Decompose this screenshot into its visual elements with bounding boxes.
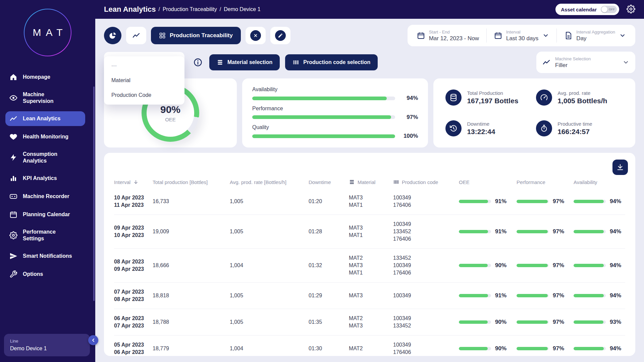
percent-value: 97% [553, 262, 564, 269]
stat-label: Productive time [557, 121, 592, 127]
progress-track [252, 134, 395, 138]
material-selection-label: Material selection [227, 59, 272, 65]
picker-start-end[interactable]: Start - EndMar 12, 2023 - Now [410, 28, 486, 43]
column-header-label: Total production [Bottles] [153, 179, 208, 185]
column-header-interval[interactable]: Interval [114, 179, 153, 185]
dropdown-option-production-code[interactable]: Production Code [104, 88, 184, 103]
picker-label: Interval Aggregation [576, 29, 615, 35]
breadcrumb-item-lean-analytics: Lean Analytics [104, 5, 156, 14]
cell-production-code: 100349 [393, 292, 459, 299]
percent-value: 90% [495, 345, 506, 352]
settings-button[interactable] [627, 5, 635, 14]
cell-performance: 97% [517, 198, 574, 205]
download-button[interactable] [612, 160, 628, 175]
sidebar-item-label: Machine Supervision [23, 91, 73, 105]
sidebar-item-lean-analytics[interactable]: Lean Analytics [5, 111, 85, 126]
sidebar-item-label: KPI Analytics [23, 175, 57, 182]
heart-icon [9, 133, 17, 141]
filters-row: ---MaterialProduction Code Material sele… [104, 52, 635, 73]
machine-selection-value: Filler [555, 62, 618, 69]
asset-calendar-toggle[interactable]: OFF [601, 6, 617, 13]
gear-icon [9, 231, 17, 239]
sidebar-item-label: Smart Notifications [23, 253, 72, 259]
production-traceability-button[interactable]: Production Traceability [151, 27, 241, 44]
stat-value: 13:22:44 [467, 128, 495, 136]
cell-downtime: 01:28 [309, 228, 349, 235]
cell-oee: 91% [459, 198, 517, 205]
device-selector[interactable]: Line Demo Device 1 [4, 334, 90, 356]
stat-productive-time: Productive time166:24:57 [536, 119, 623, 137]
sidebar-item-label: Lean Analytics [23, 115, 60, 122]
sidebar-item-performance-settings[interactable]: Performance Settings [5, 225, 85, 245]
percent-value: 93% [610, 318, 621, 326]
eye-icon [9, 94, 17, 102]
dropdown-option-[interactable]: --- [104, 58, 184, 73]
column-header-label: Availability [574, 179, 597, 185]
progress-track [252, 97, 395, 100]
stat-value: 1,005 Bottles/h [557, 97, 607, 105]
picker-interval-aggregation[interactable]: Interval AggregationDay [556, 28, 633, 43]
progress-fill [517, 320, 548, 324]
sidebar-item-homepage[interactable]: Homepage [5, 70, 85, 84]
metric-quality: Quality100% [252, 124, 418, 139]
progress-track [517, 294, 549, 297]
production-code-selection-button[interactable]: Production code selection [285, 54, 378, 70]
line-chart-view-button[interactable] [126, 27, 146, 44]
progress-track [459, 264, 491, 267]
percent-value: 97% [553, 292, 564, 299]
metric-bar-row: 94% [252, 95, 418, 102]
stat-text: Productive time166:24:57 [557, 121, 592, 136]
sidebar-item-smart-notifications[interactable]: Smart Notifications [5, 249, 85, 263]
sidebar-item-label: Performance Settings [23, 229, 73, 242]
percent-value: 91% [495, 292, 506, 299]
cell-performance: 97% [517, 292, 574, 299]
close-view-button[interactable] [246, 27, 266, 44]
sidebar-item-label: Machine Recorder [23, 193, 69, 200]
progress-fill [459, 264, 488, 267]
edit-circle [275, 30, 286, 41]
material-selection-button[interactable]: Material selection [209, 54, 280, 70]
cell-material: MAT3 [349, 292, 393, 299]
metric-bar-row: 97% [252, 114, 418, 121]
stopwatch-icon [536, 120, 552, 136]
edit-chart-button[interactable] [270, 27, 290, 44]
bolt-icon [9, 154, 17, 162]
table-body: 10 Apr 202311 Apr 202316,7331,00501:20MA… [114, 188, 625, 356]
sidebar-scrollbar[interactable] [93, 86, 95, 301]
progress-fill [574, 200, 604, 203]
info-button[interactable] [192, 56, 204, 68]
cell-availability: 94% [574, 228, 625, 235]
breadcrumb-item-demo-device-1[interactable]: Demo Device 1 [224, 6, 260, 12]
percent-value: 97% [553, 198, 564, 205]
calendar-icon [417, 32, 425, 40]
sidebar-item-health-monitoring[interactable]: Health Monitoring [5, 129, 85, 144]
sidebar-item-label: Planning Calendar [23, 211, 70, 218]
picker-value: Day [576, 35, 615, 42]
stat-value: 167,197 Bottles [467, 97, 518, 105]
progress-track [574, 347, 606, 350]
picker-interval[interactable]: IntervalLast 30 days [486, 28, 556, 43]
progress-fill [517, 294, 548, 297]
pie-chart-icon [109, 32, 117, 40]
clock-icon [445, 120, 462, 136]
cell-production-code: 133452100349176406 [393, 254, 459, 277]
breadcrumb-item-production-traceability[interactable]: Production Traceability [163, 6, 217, 12]
machine-selection-icon [542, 58, 550, 66]
machine-selection[interactable]: Machine Selection Filler [536, 52, 635, 73]
progress-track [459, 200, 491, 203]
pie-chart-view-button[interactable] [104, 27, 121, 44]
sidebar-item-kpi-analytics[interactable]: KPI Analytics [5, 171, 85, 186]
dropdown-option-material[interactable]: Material [104, 73, 184, 88]
sidebar-item-machine-supervision[interactable]: Machine Supervision [5, 88, 85, 108]
asset-calendar-pill[interactable]: Asset calendar OFF [555, 4, 619, 15]
cell-availability: 93% [574, 318, 625, 326]
sidebar-item-consumption-analytics[interactable]: Consumption Analytics [5, 147, 85, 168]
sidebar-item-planning-calendar[interactable]: Planning Calendar [5, 207, 85, 222]
progress-fill [574, 320, 603, 324]
stat-label: Downtime [467, 121, 495, 127]
sidebar-item-options[interactable]: Options [5, 267, 85, 282]
sidebar-item-machine-recorder[interactable]: Machine Recorder [5, 189, 85, 204]
sidebar-collapse-button[interactable] [88, 335, 98, 345]
wrench-icon [9, 270, 17, 278]
cell-downtime: 01:35 [309, 318, 349, 326]
